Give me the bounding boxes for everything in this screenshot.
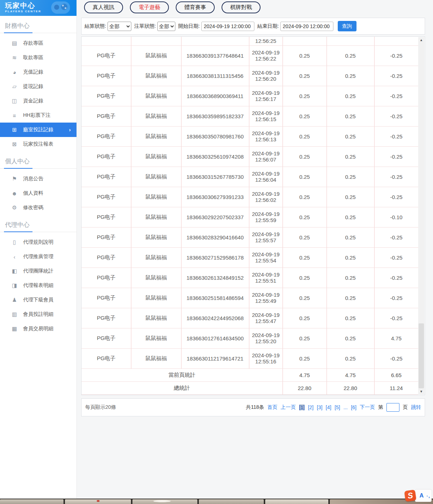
table-cell: 1836630391377648641	[181, 45, 249, 66]
start-date-input[interactable]	[201, 22, 254, 31]
table-cell: -0.25	[374, 86, 418, 106]
tab-category[interactable]: 體育賽事	[176, 1, 215, 13]
sidebar-item[interactable]: ≋取款專區	[0, 50, 76, 65]
sidebar-item-label: 玩家投注報表	[23, 141, 53, 147]
table-cell: 2024-09-19 12:55:57	[249, 227, 283, 247]
total-stats-valid: 22.80	[327, 381, 374, 394]
jump-page-input[interactable]	[386, 403, 399, 412]
scroll-down-arrow-icon[interactable]: ▼	[418, 389, 424, 394]
sidebar-item[interactable]: ▱提現記錄	[0, 79, 76, 94]
section-title: 財務中心	[0, 16, 76, 33]
sidebar: 玩家中心 PLAYERS CENTER 財務中心▤存款專區≋取款專區◕充值記錄▱…	[0, 0, 77, 499]
table-cell: 2024-09-19 12:55:20	[249, 328, 283, 348]
sidebar-item-label: 會員交易明細	[23, 326, 53, 332]
sidebar-item[interactable]: ♟代理下級會員	[0, 293, 76, 307]
announcement-bell-icon: ⚑	[11, 176, 18, 182]
recharge-bag-icon: ◕	[11, 69, 18, 75]
page-number-link[interactable]: [4]	[326, 404, 332, 410]
settle-status-select[interactable]: 全部	[108, 22, 131, 31]
table-cell: PG电子	[82, 207, 131, 227]
section-underline	[0, 168, 76, 169]
ime-language-mode-icon[interactable]: A	[419, 492, 424, 499]
table-cell: 0.25	[327, 308, 374, 328]
sidebar-item[interactable]: ⚑消息公告	[0, 172, 76, 186]
sidebar-item[interactable]: ⊞廳室投註記錄›	[0, 123, 76, 137]
table-cell: -0.25	[374, 247, 418, 268]
sidebar-item-label: 代理推廣管理	[23, 253, 53, 260]
table-cell: -0.25	[374, 126, 418, 146]
sidebar-item[interactable]: ⚙修改密碼	[0, 200, 76, 215]
sogou-ime-icon[interactable]: S	[404, 490, 417, 502]
tab-active[interactable]: 電子遊藝	[130, 1, 169, 13]
sidebar-item-label: 代理報表明細	[23, 282, 53, 289]
sidebar-item-label: 代理下級會員	[23, 297, 53, 303]
table-cell: -0.25	[374, 106, 418, 126]
sidebar-item[interactable]: ▯代理規則說明	[0, 235, 76, 249]
page-stats-bet: 4.75	[283, 368, 327, 381]
table-cell: PG电子	[82, 167, 131, 187]
table-cell: 1836630271529586178	[181, 247, 249, 268]
table-cell: 0.25	[283, 348, 327, 368]
table-row: PG电子鼠鼠福福18366303062793912332024-09-19 12…	[82, 187, 418, 207]
page-number-link[interactable]: [2]	[308, 404, 314, 410]
profile-person-icon: ☻	[11, 190, 18, 196]
strip-segment	[0, 499, 64, 504]
table-cell: 1836630251581486594	[181, 288, 249, 308]
order-status-select[interactable]: 全部	[157, 22, 175, 31]
sidebar-item[interactable]: ▤存款專區	[0, 36, 76, 50]
table-cell: 0.25	[327, 207, 374, 227]
scrollbar-thumb[interactable]	[419, 323, 424, 388]
table-row-partial: 12:56:25	[82, 37, 418, 45]
filter-bar: 結算狀態: 全部 注單狀態: 全部 開始日期: 結束日期: 查詢	[81, 18, 425, 35]
first-page-link[interactable]: 首页	[267, 404, 277, 411]
sidebar-item[interactable]: ☻個人資料	[0, 186, 76, 200]
table-cell: 1836630306279391233	[181, 187, 249, 207]
table-cell: 1836630112179614721	[181, 348, 249, 368]
ime-tools-icon[interactable]: ·,	[427, 493, 430, 499]
table-cell: 鼠鼠福福	[131, 308, 181, 328]
table-cell: 1836630350780981760	[181, 126, 249, 146]
table-cell: 鼠鼠福福	[131, 106, 181, 126]
search-button[interactable]: 查詢	[338, 21, 357, 31]
jump-action-link[interactable]: 跳转	[411, 404, 421, 411]
table-cell	[374, 37, 418, 45]
table-cell: -0.25	[374, 288, 418, 308]
table-cell: 鼠鼠福福	[131, 86, 181, 106]
table-row: PG电子鼠鼠福福18366303152677857302024-09-19 12…	[82, 167, 418, 187]
prev-page-link[interactable]: 上一页	[281, 404, 296, 411]
agent-report-icon: ◨	[11, 282, 18, 289]
tab-category[interactable]: 真人視訊	[84, 1, 123, 13]
sidebar-item[interactable]: ◨代理報表明細	[0, 278, 76, 293]
table-scrollbar[interactable]: ▲ ▼	[418, 37, 424, 394]
page-number-link[interactable]: [3]	[317, 404, 323, 410]
sidebar-item[interactable]: ▥會員投註明細	[0, 307, 76, 322]
page-number-link[interactable]: [6]	[351, 404, 357, 410]
table-cell: 0.25	[327, 247, 374, 268]
table-cell: 12:56:25	[249, 37, 283, 45]
end-date-input[interactable]	[280, 22, 333, 31]
strip-segment	[65, 499, 131, 504]
sidebar-item[interactable]: ⊠玩家投注報表	[0, 137, 76, 151]
table-cell: 0.25	[283, 146, 327, 167]
table-cell: 2024-09-19 12:55:59	[249, 207, 283, 227]
table-cell: 鼠鼠福福	[131, 187, 181, 207]
table-cell: 鼠鼠福福	[131, 247, 181, 268]
sidebar-item[interactable]: ▦會員交易明細	[0, 322, 76, 336]
scroll-up-arrow-icon[interactable]: ▲	[418, 37, 424, 43]
table-cell: 0.25	[283, 227, 327, 247]
next-page-link[interactable]: 下一页	[360, 404, 375, 411]
sidebar-item[interactable]: ◫資金記錄	[0, 94, 76, 108]
page-number-link[interactable]: [1]	[299, 404, 305, 410]
jump-suffix-label: 页	[403, 404, 408, 411]
settle-status-label: 結算狀態:	[84, 23, 106, 30]
table-cell: 0.25	[327, 167, 374, 187]
sidebar-item[interactable]: ‹代理推廣管理	[0, 249, 76, 264]
sidebar-item[interactable]: ≡HH彩票下注	[0, 108, 76, 123]
sidebar-item[interactable]: ◧代理團隊統計	[0, 264, 76, 278]
tab-category[interactable]: 棋牌對戰	[222, 1, 261, 13]
gamepad-icon	[51, 1, 70, 14]
bet-records-table-panel: 12:56:25PG电子鼠鼠福福18366303913776486412024-…	[81, 36, 425, 395]
sidebar-item[interactable]: ◕充值記錄	[0, 65, 76, 79]
member-bets-icon: ▥	[11, 311, 18, 318]
page-number-link[interactable]: [5]	[334, 404, 340, 410]
